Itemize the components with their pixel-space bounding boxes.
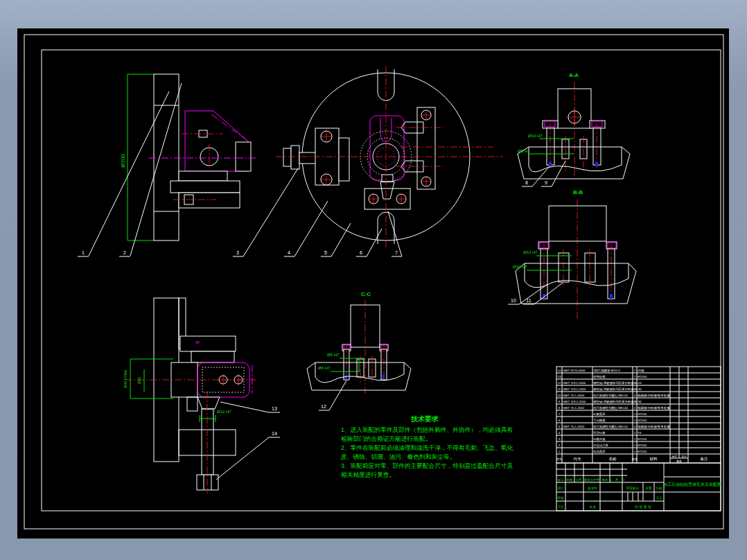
bom-cell-material: HT200 [638, 375, 647, 378]
cad-canvas: Ø200 [0, 0, 747, 560]
bom-cell-material: HT200 [638, 450, 647, 453]
balloon-6: 6 [360, 250, 362, 255]
tb-label-approve: 批准 [589, 505, 597, 509]
tech-req-line-1: 1、进入装配的零件及部件（包括外购件、外协件），均必须具有 [341, 426, 513, 433]
section-a-label: A-A [569, 72, 579, 78]
bom-header-weight: 重量 [676, 460, 682, 463]
dim-side-2: Ø20 [137, 377, 141, 384]
tech-req-line-6: 相关精度进行复查。 [341, 471, 395, 478]
cad-viewer-window: Ø200 [0, 0, 747, 560]
bom-header-no: 序号 [556, 457, 563, 461]
bom-cell-code: GB/T 70.1-2000 [563, 406, 585, 410]
balloon-7: 7 [395, 250, 398, 255]
bom-cell-material: HT200 [638, 419, 647, 422]
tech-req-line-4: 皮、锈蚀、切屑、油污、着色剂和灰尘等。 [341, 453, 455, 460]
tb-sheet-text: 共 张 第 张 [635, 505, 651, 509]
tech-req-line-5: 3、装配前应对零、部件的主要配合尺寸，特别是过盈配合尺寸及 [341, 462, 513, 469]
bom-cell-no: 11 [558, 387, 561, 391]
bom-cell-code: GB/T 119.2-2000 [563, 400, 586, 403]
dim-b-2: Ø10 H7 [513, 265, 527, 269]
bom-cell-code: GB/T 119.2-2000 [563, 387, 586, 391]
balloon-14: 14 [272, 431, 277, 436]
bom-cell-material: HT200 [638, 412, 647, 416]
dim-plate-diameter: Ø200 [120, 154, 126, 168]
bom-cell-no: 14 [558, 369, 561, 372]
tb-label-zone: 分区 [576, 478, 583, 482]
bom-header-name: 名称 [609, 457, 617, 461]
bom-cell-code: GB/T 119.2-2000 [563, 381, 586, 385]
tb-drawing-title: 加工石油钻机壳体孔夹具装配图 [663, 482, 721, 487]
bom-cell-name: 钻套底座 [593, 412, 606, 416]
tb-label-check: 审核 [558, 496, 565, 500]
bom-header-material: 材料 [649, 457, 658, 462]
bom-cell-code: GB/T 70.1-2000 [563, 425, 585, 428]
tech-req-title: 技术要求 [410, 415, 439, 423]
bom-cell-name: 下钻模板 [593, 419, 606, 422]
note-slot: 45 [195, 340, 200, 344]
balloon-13: 13 [272, 406, 277, 411]
tb-label-process: 工艺 [558, 505, 565, 509]
tb-label-mass: 质量 [646, 487, 653, 490]
bom-header-remark: 备注 [701, 457, 709, 461]
tb-label-mark: 标记 [557, 478, 565, 482]
bom-cell-material: 45钢 [638, 369, 644, 372]
dim-b-1: Ø12 H7 [523, 250, 538, 254]
bom-cell-name: 定位法兰盘 [593, 444, 609, 447]
dim-a-1: Ø10 H7 [528, 134, 543, 138]
bom-cell-material: HT200 [638, 444, 647, 447]
bom-cell-no: 10 [558, 394, 561, 397]
tb-label-docno: 更改文件号 [584, 478, 600, 482]
tb-label-standard: 标准化 [587, 486, 597, 491]
balloon-4: 4 [288, 250, 290, 255]
bom-cell-material: 低碳钢/不锈钢/有色金属 [637, 406, 670, 410]
bom-cell-name: 夹具底座 [593, 450, 606, 453]
balloon-10: 10 [511, 298, 516, 303]
dim-side-3: Ø12 H7 [217, 410, 231, 414]
balloon-3: 3 [236, 250, 239, 255]
dim-a-2: Ø8 H7 [518, 149, 530, 153]
bom-cell-material: 低碳钢/不锈钢/有色金属 [637, 425, 670, 428]
balloon-5: 5 [324, 250, 327, 255]
tb-scale-value: 1:1 [656, 496, 662, 500]
tb-label-count: 处数 [567, 478, 574, 482]
tech-req-line-3: 2、零件在装配前必须清理和清洗干净，不得有毛刺、飞边、氧化 [341, 444, 513, 451]
balloon-8: 8 [525, 180, 528, 185]
section-b-label: B-B [573, 189, 583, 195]
tech-req-line-2: 检验部门的合格证方能进行装配。 [341, 435, 431, 442]
bom-cell-code: GB/T 70.1-2000 [563, 394, 585, 397]
balloon-2: 2 [123, 250, 126, 255]
bom-cell-no: 12 [558, 381, 561, 385]
dim-c-2: Ø6 H7 [318, 366, 331, 370]
dim-side-1: Ø40 H7/k6 [123, 370, 128, 388]
bom-cell-code: GB/T 6170-2000 [563, 369, 586, 372]
bom-cell-material: HT200 [638, 437, 647, 441]
tb-label-stage: 阶段标记 [626, 486, 640, 491]
bom-header-qty: 数量 [632, 457, 638, 461]
tb-label-design: 设计 [558, 486, 565, 490]
balloon-9: 9 [545, 180, 547, 185]
bom-cell-name: 钻模支架 [593, 437, 606, 441]
bom-cell-name: 活动钻套 [592, 431, 606, 435]
bom-cell-material: 低碳钢/不锈钢/有色金属 [637, 394, 670, 397]
tb-label-date: 年、月、日 [609, 478, 625, 482]
section-c-label: C-C [361, 291, 371, 297]
bom-cell-no: 13 [558, 375, 561, 378]
tb-label-sign: 签名 [602, 478, 608, 482]
bom-cell-material: T8 [638, 431, 642, 435]
balloon-12: 12 [321, 404, 326, 409]
dim-c-1: Ø5 H7 [327, 353, 340, 357]
balloon-1: 1 [82, 250, 85, 255]
bom-header-weight-total: 总计 [680, 455, 687, 458]
bom-cell-name: 铰链压板 [592, 375, 606, 378]
bom-header-weight-single: 单件 [671, 455, 677, 458]
bom-header-code: 代号 [573, 457, 582, 461]
